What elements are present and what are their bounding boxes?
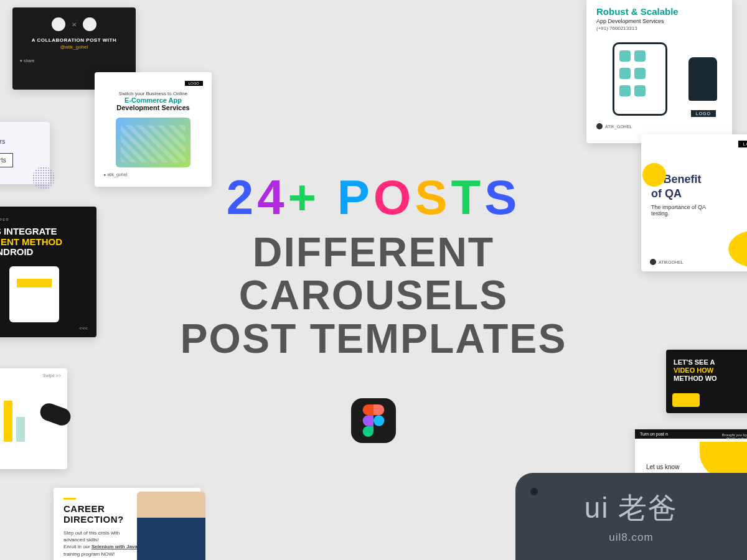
swipe-hint: Swipe >> — [43, 373, 61, 378]
know-byline: Brought you by@atik_gohel — [722, 433, 747, 441]
integrate-eyebrow: DEVELOPER — [0, 218, 88, 222]
logo-badge: LOGO — [738, 141, 747, 147]
coin-illustration — [672, 393, 700, 407]
card-career-direction: CAREER DIRECTION? Step out of this crisi… — [54, 488, 200, 560]
collab-title: A COLLABORATION POST WITH — [20, 37, 128, 43]
watermark-brand: ui 老爸 — [585, 489, 679, 528]
yellow-blob — [728, 230, 747, 268]
robust-illustration: LOGO — [596, 39, 722, 119]
figma-icon — [351, 398, 396, 443]
qa-sub: The importance of QA testing. — [651, 204, 720, 217]
logo-badge: LOGO — [691, 110, 716, 117]
class-line2: pert Trainers — [0, 138, 42, 145]
canvas: 24+ POSTS DIFFERENT CAROUSELS POST TEMPL… — [0, 0, 747, 560]
ecom-title1: E-Commerce App — [103, 96, 203, 104]
integrate-footer: gohel <<< — [0, 325, 88, 331]
cross-icon: ✕ — [72, 21, 77, 28]
avatar — [52, 17, 65, 31]
phone-illustration — [9, 266, 59, 322]
card-class-starts: ble Fees pert Trainers lass Starts — [0, 122, 50, 184]
robust-heading: Robust & Scalable — [596, 6, 722, 17]
hero: 24+ POSTS DIFFERENT CAROUSELS POST TEMPL… — [125, 169, 622, 360]
accent-bar — [63, 498, 76, 500]
person-illustration — [688, 57, 717, 101]
ecom-pretitle: Switch your Business to Online — [103, 91, 203, 96]
ecom-footer: ● atik_gohel — [103, 172, 203, 177]
share-label: ▾ share — [20, 58, 128, 63]
card-video-method: LET'S SEE A VIDEO HOW METHOD WO — [666, 350, 747, 413]
svg-point-0 — [374, 415, 384, 426]
career-sub: Step out of this crisis with advanced sk… — [63, 530, 138, 558]
robust-phone: (+91) 7600213313 — [596, 26, 722, 31]
class-button[interactable]: lass Starts — [0, 153, 13, 167]
card-integrate-payment: DEVELOPER ET'S INTEGRATE AYMENT METHOD N… — [0, 207, 96, 337]
watermark: ui 老爸 uil8.com — [515, 473, 747, 560]
ecom-title2: Development Services — [103, 104, 203, 111]
robust-sub: App Development Services — [596, 18, 722, 24]
camera-dot-icon — [530, 488, 538, 495]
dot-pattern — [32, 167, 55, 189]
qa-heading2: of QA — [651, 187, 747, 200]
collab-handle: @atik_gohel — [20, 44, 128, 50]
qa-footer: ATIKGOHEL — [650, 259, 684, 265]
robust-footer: ATIK_GOHEL — [596, 123, 722, 129]
avatar-row: ✕ — [20, 17, 128, 31]
card-qa-benefits: LOGO 5 Benefit of QA The importance of Q… — [641, 134, 747, 271]
watermark-url: uil8.com — [609, 531, 653, 544]
avatar — [83, 17, 96, 31]
tagline-line2: POST TEMPLATES — [125, 317, 622, 360]
class-line1: ble Fees — [0, 129, 42, 136]
person-photo — [137, 492, 205, 560]
card-robust-scalable: Robust & Scalable App Development Servic… — [586, 0, 732, 143]
card-ecommerce: LOGO Switch your Business to Online E-Co… — [95, 72, 212, 187]
yellow-circle — [642, 163, 666, 187]
phone-outline — [613, 42, 667, 116]
ecom-header: LOGO — [103, 81, 203, 86]
tagline-line1: DIFFERENT CAROUSELS — [125, 231, 622, 317]
integrate-heading: ET'S INTEGRATE AYMENT METHOD N ANDROID — [0, 226, 88, 258]
card-bar-chart: Swipe >> SS — [0, 368, 67, 469]
ecom-illustration — [116, 118, 190, 167]
logo-badge: LOGO — [185, 81, 203, 86]
video-heading: LET'S SEE A VIDEO HOW METHOD WO — [674, 358, 747, 383]
